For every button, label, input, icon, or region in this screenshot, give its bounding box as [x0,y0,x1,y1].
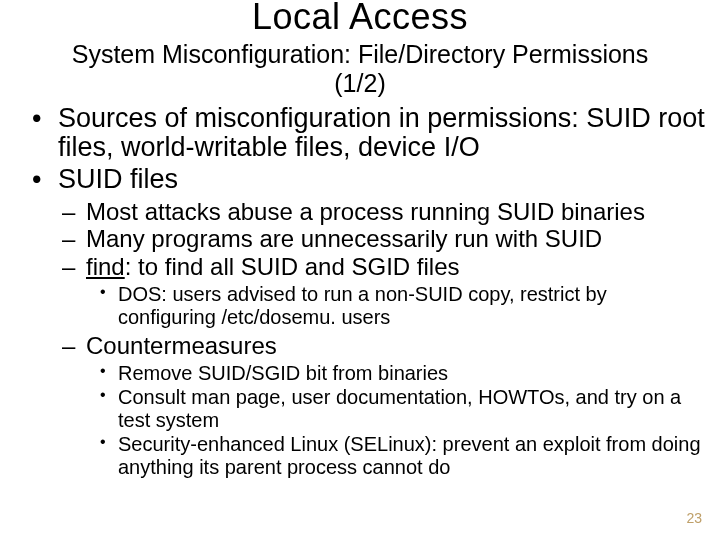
slide: Local Access System Misconfiguration: Fi… [0,0,720,536]
sub-3-rest: : to find all SUID and SGID files [125,253,460,280]
bullet-1: Sources of misconfiguration in permissio… [10,104,710,163]
sub-1: Most attacks abuse a process running SUI… [10,199,710,226]
subtitle-line1: System Misconfiguration: File/Directory … [72,40,649,68]
sub-3: find: to find all SUID and SGID files [10,254,710,281]
sub3-consult: Consult man page, user documentation, HO… [10,386,710,432]
slide-subtitle: System Misconfiguration: File/Directory … [10,40,710,98]
sub3-list-a: DOS: users advised to run a non-SUID cop… [10,283,710,329]
sub3-selinux: Security-enhanced Linux (SELinux): preve… [10,433,710,479]
sub3-list-b: Remove SUID/SGID bit from binaries Consu… [10,362,710,479]
sub-4: Countermeasures [10,333,710,360]
find-keyword: find [86,253,125,280]
sub3-remove: Remove SUID/SGID bit from binaries [10,362,710,385]
bullet-list: Sources of misconfiguration in permissio… [10,104,710,195]
slide-title: Local Access [10,0,710,38]
sub-list: Most attacks abuse a process running SUI… [10,199,710,282]
page-number: 23 [686,510,702,526]
sub-2: Many programs are unnecessarily run with… [10,226,710,253]
sub-list-2: Countermeasures [10,333,710,360]
sub3-dos: DOS: users advised to run a non-SUID cop… [10,283,710,329]
bullet-2: SUID files [10,165,710,195]
subtitle-line2: (1/2) [334,69,385,97]
